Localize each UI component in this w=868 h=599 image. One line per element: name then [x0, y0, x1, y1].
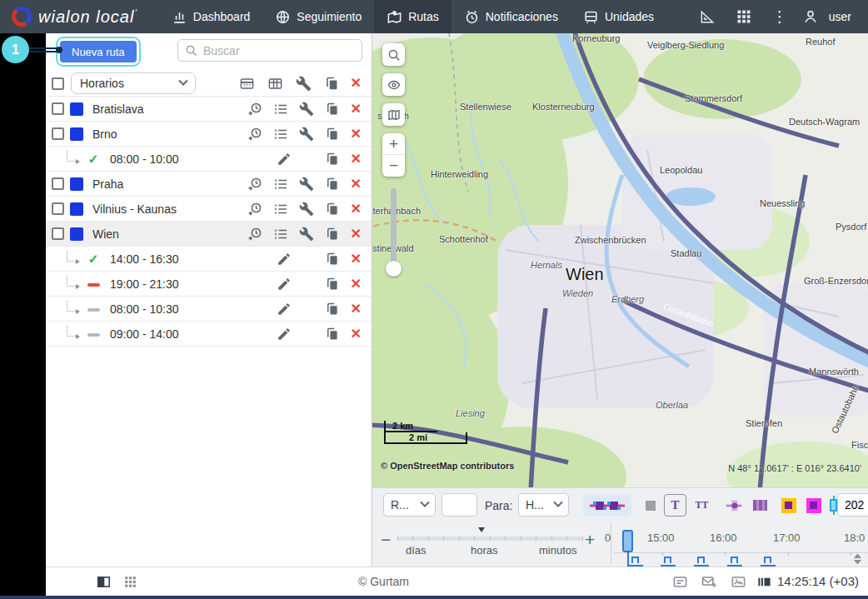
- route-select[interactable]: R...: [383, 493, 436, 517]
- double-text-toggle[interactable]: TT: [691, 494, 713, 517]
- user-menu[interactable]: user: [802, 8, 851, 25]
- apps-grid-icon[interactable]: [736, 8, 752, 25]
- delete-icon[interactable]: ✕: [351, 152, 362, 166]
- row-checkbox[interactable]: [52, 227, 64, 240]
- tab-seguimiento[interactable]: Seguimiento: [262, 0, 374, 33]
- table-row-schedule[interactable]: ✓ 14:00 - 16:30 ✕: [46, 247, 372, 272]
- delete-icon[interactable]: ✕: [351, 102, 362, 116]
- edit-pencil-icon[interactable]: [277, 302, 292, 317]
- add-schedule-icon[interactable]: [247, 177, 262, 192]
- zoom-slider-handle[interactable]: [386, 261, 402, 277]
- copy-icon[interactable]: [325, 102, 340, 117]
- group-select[interactable]: Horarios: [71, 72, 196, 94]
- brand-logo[interactable]: wialon localʼ: [0, 0, 159, 33]
- row-checkbox[interactable]: [52, 202, 64, 215]
- kebab-menu-icon[interactable]: ⋮: [772, 8, 782, 25]
- add-schedule-icon[interactable]: [247, 227, 262, 242]
- copy-icon[interactable]: [325, 277, 340, 292]
- table-row-schedule[interactable]: 08:00 - 10:30 ✕: [46, 297, 372, 322]
- checkpoints-list-icon[interactable]: [273, 202, 288, 217]
- marker-line-toggle[interactable]: [722, 494, 745, 517]
- tab-dashboard[interactable]: Dashboard: [159, 0, 263, 33]
- map-canvas[interactable]: Korneuburg Veiglberg-Siedlung Reuhof Sta…: [372, 33, 868, 487]
- table-row-schedule[interactable]: 09:00 - 14:00 ✕: [46, 322, 372, 347]
- add-schedule-icon[interactable]: [247, 202, 262, 217]
- date-input[interactable]: [837, 493, 868, 517]
- timetable-view-icon[interactable]: [267, 76, 283, 92]
- edit-pencil-icon[interactable]: [277, 327, 292, 342]
- timeline-scroll-spinner[interactable]: [854, 554, 861, 564]
- route-ribbon-toggle[interactable]: [583, 494, 631, 517]
- copy-icon[interactable]: [325, 177, 340, 192]
- magenta-marker-toggle[interactable]: [802, 494, 825, 517]
- delete-icon[interactable]: ✕: [351, 252, 362, 266]
- delete-icon[interactable]: ✕: [351, 302, 362, 316]
- schedule-select[interactable]: H...: [518, 493, 569, 517]
- delete-icon[interactable]: ✕: [351, 202, 362, 216]
- properties-wrench-icon[interactable]: [299, 202, 314, 217]
- row-checkbox[interactable]: [52, 127, 64, 140]
- map-search-button[interactable]: [382, 43, 405, 66]
- properties-wrench-icon[interactable]: [299, 177, 314, 192]
- search-input[interactable]: [203, 44, 355, 57]
- add-schedule-icon[interactable]: [247, 127, 262, 142]
- delete-icon[interactable]: ✕: [351, 77, 362, 90]
- map-visibility-button[interactable]: [382, 73, 405, 96]
- table-row-route[interactable]: Brno ✕: [46, 122, 372, 147]
- message-icon[interactable]: [672, 574, 688, 590]
- search-box[interactable]: [177, 39, 362, 62]
- timeline-zoom-track[interactable]: [397, 537, 583, 541]
- measure-ruler-icon[interactable]: [699, 8, 716, 25]
- table-row-schedule[interactable]: ✓ 08:00 - 10:00 ✕: [46, 147, 372, 172]
- checkpoints-list-icon[interactable]: [273, 227, 288, 242]
- copy-icon[interactable]: [325, 252, 340, 267]
- image-icon[interactable]: [731, 574, 746, 590]
- row-checkbox[interactable]: [52, 177, 64, 190]
- apps-dots-icon[interactable]: [122, 574, 138, 590]
- properties-wrench-icon[interactable]: [299, 102, 314, 117]
- table-view-icon[interactable]: [239, 76, 255, 92]
- edit-pencil-icon[interactable]: [277, 277, 292, 292]
- properties-wrench-icon[interactable]: [299, 227, 314, 242]
- tab-notificaciones[interactable]: Notificaciones: [451, 0, 571, 33]
- timeline-time-handle[interactable]: [622, 530, 633, 552]
- checkpoints-list-icon[interactable]: [273, 177, 288, 192]
- copy-icon[interactable]: [325, 302, 340, 317]
- purple-stripes-toggle[interactable]: [749, 494, 771, 517]
- table-row-schedule[interactable]: 19:00 - 21:30 ✕: [46, 272, 372, 297]
- block-view-toggle[interactable]: [639, 494, 661, 517]
- delete-icon[interactable]: ✕: [351, 227, 362, 241]
- timeline-zoom-in[interactable]: +: [585, 530, 595, 550]
- copy-icon[interactable]: [325, 327, 340, 342]
- delete-icon[interactable]: ✕: [351, 177, 362, 191]
- new-route-button[interactable]: Nueva ruta: [60, 41, 137, 62]
- map-layers-button[interactable]: [382, 103, 405, 126]
- map-zoom-slider[interactable]: [391, 188, 397, 270]
- timeline-zoom-marker[interactable]: [478, 527, 485, 532]
- settings-wrench-icon[interactable]: [296, 76, 312, 92]
- copy-icon[interactable]: [324, 76, 340, 92]
- zoom-in-button[interactable]: +: [382, 133, 405, 155]
- copy-icon[interactable]: [325, 227, 340, 242]
- from-input[interactable]: [441, 493, 477, 517]
- delete-icon[interactable]: ✕: [351, 327, 362, 341]
- timeline-zoom-out[interactable]: −: [381, 530, 391, 550]
- tab-rutas[interactable]: Rutas: [374, 0, 451, 33]
- yellow-marker-toggle[interactable]: [777, 494, 800, 517]
- delete-icon[interactable]: ✕: [351, 277, 362, 291]
- table-row-route[interactable]: Vilnius - Kaunas ✕: [46, 197, 372, 222]
- panel-view-icon[interactable]: [756, 574, 772, 590]
- edit-pencil-icon[interactable]: [277, 252, 292, 267]
- table-row-route[interactable]: Bratislava ✕: [46, 97, 372, 122]
- add-schedule-icon[interactable]: [247, 102, 262, 117]
- select-all-checkbox[interactable]: [52, 77, 64, 90]
- zoom-out-button[interactable]: −: [382, 155, 405, 177]
- checkpoints-list-icon[interactable]: [273, 127, 288, 142]
- copy-icon[interactable]: [325, 127, 340, 142]
- edit-pencil-icon[interactable]: [277, 152, 292, 167]
- mail-plus-icon[interactable]: [701, 574, 717, 590]
- copy-icon[interactable]: [325, 202, 340, 217]
- delete-icon[interactable]: ✕: [351, 127, 362, 141]
- tab-unidades[interactable]: Unidades: [571, 0, 666, 33]
- layout-toggle-icon[interactable]: [96, 574, 112, 590]
